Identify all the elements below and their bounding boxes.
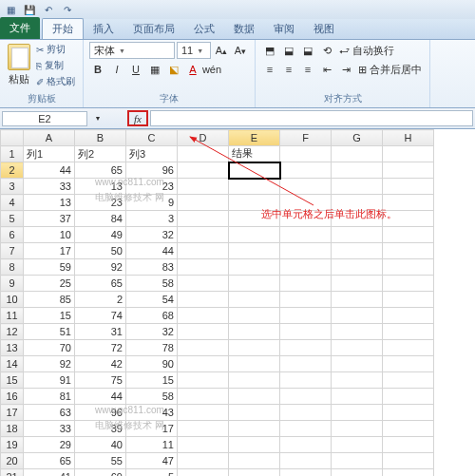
redo-icon[interactable]: ↷: [61, 3, 74, 16]
font-name-combo[interactable]: 宋体▼: [89, 42, 175, 59]
cell[interactable]: 33: [24, 421, 75, 437]
cell[interactable]: [383, 179, 434, 195]
cell[interactable]: [332, 179, 383, 195]
cell[interactable]: [383, 469, 434, 477]
cell[interactable]: [332, 340, 383, 356]
cell[interactable]: [383, 227, 434, 243]
cell[interactable]: 92: [75, 259, 126, 276]
tab-view[interactable]: 视图: [304, 19, 344, 39]
cell[interactable]: [178, 259, 229, 276]
align-center-button[interactable]: ≡: [280, 61, 297, 78]
column-header-D[interactable]: D: [178, 130, 229, 146]
cell[interactable]: [229, 372, 280, 389]
orientation-button[interactable]: ⟲: [318, 42, 335, 59]
tab-pagelayout[interactable]: 页面布局: [124, 19, 184, 39]
tab-data[interactable]: 数据: [224, 19, 264, 39]
cell[interactable]: [383, 276, 434, 292]
cell[interactable]: [280, 308, 332, 324]
align-top-button[interactable]: ⬒: [261, 42, 278, 59]
cell[interactable]: 列1: [24, 146, 75, 162]
cell[interactable]: [280, 292, 332, 308]
cell[interactable]: 23: [75, 195, 126, 211]
cell[interactable]: 33: [24, 179, 75, 195]
row-header[interactable]: 18: [1, 421, 24, 437]
row-header[interactable]: 9: [1, 276, 24, 292]
row-header[interactable]: 2: [1, 162, 24, 179]
cell[interactable]: 74: [75, 308, 126, 324]
cell[interactable]: 结果: [229, 146, 280, 162]
cell[interactable]: [229, 324, 280, 340]
border-button[interactable]: ▦: [146, 61, 163, 78]
cell[interactable]: [178, 437, 229, 453]
cell[interactable]: 47: [126, 453, 178, 469]
tab-formula[interactable]: 公式: [184, 19, 224, 39]
cell[interactable]: [178, 227, 229, 243]
cell[interactable]: [229, 259, 280, 276]
cell[interactable]: 32: [126, 324, 178, 340]
cell[interactable]: 54: [126, 292, 178, 308]
cell[interactable]: [178, 405, 229, 421]
cell[interactable]: 65: [75, 276, 126, 292]
cell[interactable]: [280, 259, 332, 276]
cell[interactable]: [178, 469, 229, 477]
cell[interactable]: 41: [24, 469, 75, 477]
row-header[interactable]: 1: [1, 146, 24, 162]
cell[interactable]: 39: [75, 421, 126, 437]
cell[interactable]: 78: [126, 340, 178, 356]
cell[interactable]: [178, 146, 229, 162]
cell[interactable]: 90: [126, 356, 178, 372]
cell[interactable]: [178, 195, 229, 211]
cell[interactable]: 69: [75, 469, 126, 477]
cell[interactable]: [280, 421, 332, 437]
cell[interactable]: 85: [24, 292, 75, 308]
row-header[interactable]: 4: [1, 195, 24, 211]
cell[interactable]: [383, 421, 434, 437]
cell[interactable]: [178, 308, 229, 324]
cell[interactable]: 37: [24, 211, 75, 227]
cell[interactable]: 2: [75, 292, 126, 308]
align-bottom-button[interactable]: ⬓: [299, 42, 316, 59]
cell[interactable]: 15: [24, 308, 75, 324]
cell[interactable]: [383, 146, 434, 162]
cell[interactable]: 96: [75, 405, 126, 421]
cell[interactable]: [229, 227, 280, 243]
cell[interactable]: [332, 453, 383, 469]
row-header[interactable]: 5: [1, 211, 24, 227]
row-header[interactable]: 19: [1, 437, 24, 453]
align-right-button[interactable]: ≡: [299, 61, 316, 78]
font-size-combo[interactable]: 11▼: [177, 42, 211, 59]
cell[interactable]: [332, 227, 383, 243]
row-header[interactable]: 8: [1, 259, 24, 276]
cell[interactable]: 91: [24, 372, 75, 389]
row-header[interactable]: 21: [1, 469, 24, 477]
grow-font-button[interactable]: A▴: [213, 42, 230, 59]
cell[interactable]: [229, 469, 280, 477]
cell[interactable]: [383, 389, 434, 405]
select-all-corner[interactable]: [1, 130, 24, 146]
shrink-font-button[interactable]: A▾: [232, 42, 249, 59]
column-header-F[interactable]: F: [280, 130, 332, 146]
cell[interactable]: [229, 308, 280, 324]
cell[interactable]: [178, 292, 229, 308]
row-header[interactable]: 16: [1, 389, 24, 405]
italic-button[interactable]: I: [108, 61, 125, 78]
column-header-B[interactable]: B: [75, 130, 126, 146]
cell[interactable]: [229, 292, 280, 308]
cell[interactable]: [383, 340, 434, 356]
fill-color-button[interactable]: ⬕: [165, 61, 182, 78]
cell[interactable]: [383, 453, 434, 469]
row-header[interactable]: 15: [1, 372, 24, 389]
cell[interactable]: 5: [126, 469, 178, 477]
cell-selected[interactable]: [229, 162, 280, 179]
cell[interactable]: 96: [126, 162, 178, 179]
cell[interactable]: [178, 356, 229, 372]
cut-button[interactable]: ✂剪切: [34, 42, 77, 57]
bold-button[interactable]: B: [89, 61, 106, 78]
cell[interactable]: 70: [24, 340, 75, 356]
cell[interactable]: [178, 162, 229, 179]
cell[interactable]: 列2: [75, 146, 126, 162]
cell[interactable]: 65: [24, 453, 75, 469]
cell[interactable]: [280, 243, 332, 259]
cell[interactable]: [229, 276, 280, 292]
cell[interactable]: 列3: [126, 146, 178, 162]
